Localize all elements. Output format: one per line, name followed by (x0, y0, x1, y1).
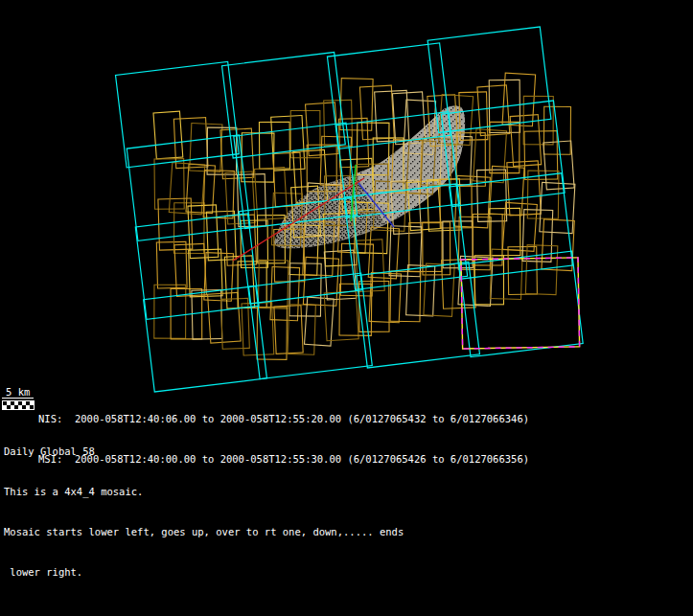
info-description-1: Mosaic starts lower left, goes up, over … (4, 525, 404, 538)
info-block: Daily Global 58 This is a 4x4_4 mosaic. … (4, 418, 404, 605)
scale-bar-label: 5 km (6, 385, 30, 399)
scale-bar-checker (2, 398, 38, 410)
info-title: Daily Global 58 (4, 445, 404, 458)
info-mosaic-type: This is a 4x4_4 mosaic. (4, 485, 404, 498)
info-description-2: lower right. (4, 565, 404, 579)
mosaic-planning-screen: 5 km NIS: 2000-058T12:40:06.00 to 2000-0… (0, 0, 693, 616)
